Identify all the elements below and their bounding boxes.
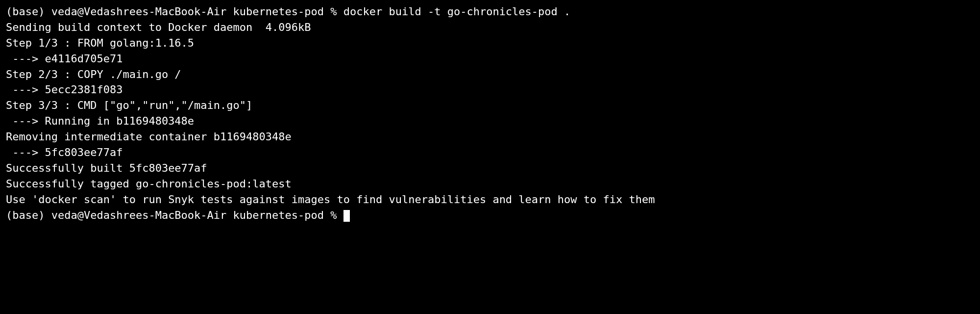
terminal-output-line: Successfully built 5fc803ee77af xyxy=(6,160,974,176)
cursor-icon xyxy=(343,210,350,222)
terminal-command-line: (base) veda@Vedashrees-MacBook-Air kuber… xyxy=(6,4,974,20)
terminal-prompt-line[interactable]: (base) veda@Vedashrees-MacBook-Air kuber… xyxy=(6,208,974,223)
terminal-output-line: Successfully tagged go-chronicles-pod:la… xyxy=(6,176,974,192)
terminal-output-line: Removing intermediate container b1169480… xyxy=(6,129,974,145)
terminal-window[interactable]: (base) veda@Vedashrees-MacBook-Air kuber… xyxy=(6,4,974,223)
terminal-output-line: Use 'docker scan' to run Snyk tests agai… xyxy=(6,192,974,208)
terminal-output-line: Step 1/3 : FROM golang:1.16.5 xyxy=(6,35,974,51)
terminal-output-line: ---> 5ecc2381f083 xyxy=(6,82,974,98)
terminal-output-line: ---> Running in b1169480348e xyxy=(6,113,974,129)
terminal-output-line: Step 3/3 : CMD ["go","run","/main.go"] xyxy=(6,98,974,113)
terminal-prompt-text: (base) veda@Vedashrees-MacBook-Air kuber… xyxy=(6,209,343,221)
terminal-output-line: Step 2/3 : COPY ./main.go / xyxy=(6,67,974,82)
terminal-output-line: ---> 5fc803ee77af xyxy=(6,145,974,160)
terminal-output-line: ---> e4116d705e71 xyxy=(6,51,974,67)
terminal-output-line: Sending build context to Docker daemon 4… xyxy=(6,20,974,35)
